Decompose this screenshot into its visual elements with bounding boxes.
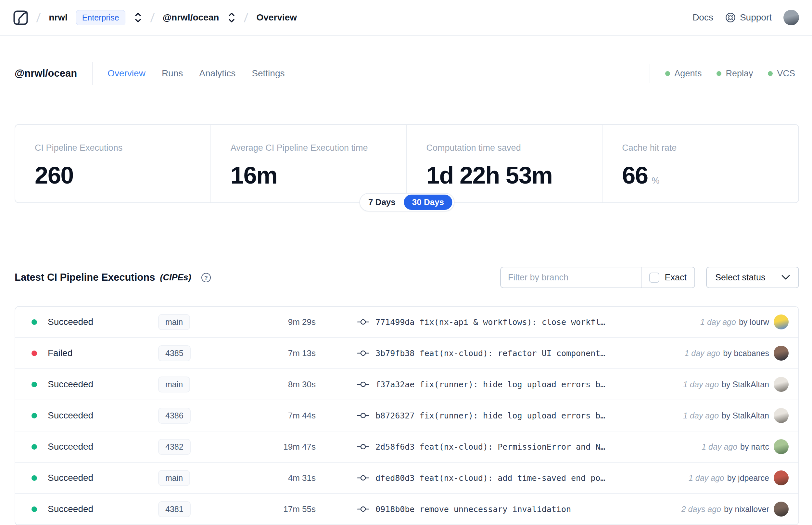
percent-suffix: %	[652, 176, 660, 186]
branch-badge[interactable]: main	[158, 470, 190, 486]
status-vcs[interactable]: VCS	[768, 69, 795, 79]
stat-label: Cache hit rate	[622, 143, 798, 153]
branch-badge[interactable]: 4385	[158, 345, 191, 361]
exact-checkbox[interactable]	[649, 273, 659, 283]
exact-toggle[interactable]: Exact	[642, 273, 694, 283]
status-label: Succeeded	[48, 317, 93, 327]
branch-badge[interactable]: 4382	[158, 439, 191, 455]
status-replay[interactable]: Replay	[717, 69, 753, 79]
green-status-dot	[717, 71, 721, 76]
status-cell: Succeeded	[15, 441, 158, 452]
table-row[interactable]: Succeeded 4381 17m 55s 0918b0beremove un…	[15, 494, 798, 525]
status-agents[interactable]: Agents	[665, 69, 702, 79]
commit-cell: dfed80d3feat(nx-cloud): add time-saved e…	[357, 473, 682, 483]
time-ago: 1 day ago	[689, 473, 724, 483]
docs-link[interactable]: Docs	[692, 12, 713, 23]
row-avatar[interactable]	[774, 470, 788, 485]
commit-cell: f37a32aefix(runner): hide log upload err…	[357, 380, 677, 389]
org-name[interactable]: nrwl	[49, 12, 67, 23]
branch-cell: main	[158, 376, 230, 392]
select-status-button[interactable]: Select status	[706, 267, 799, 288]
user-avatar[interactable]	[783, 10, 799, 25]
row-avatar[interactable]	[774, 408, 788, 423]
workspace-switcher-icon[interactable]	[227, 12, 236, 23]
org-switcher-icon[interactable]	[134, 12, 142, 23]
divider	[649, 64, 650, 83]
table-row[interactable]: Failed 4385 7m 13s 3b79fb38feat(nx-cloud…	[15, 338, 798, 369]
status-dot	[31, 507, 37, 512]
table-row[interactable]: Succeeded main 4m 31s dfed80d3feat(nx-cl…	[15, 463, 798, 494]
row-avatar[interactable]	[774, 377, 788, 392]
tab-overview[interactable]: Overview	[108, 68, 145, 79]
green-status-dot	[768, 71, 773, 76]
branch-cell: main	[158, 314, 230, 330]
breadcrumb-separator: /	[36, 10, 41, 25]
row-avatar[interactable]	[774, 314, 788, 329]
tab-analytics[interactable]: Analytics	[199, 68, 235, 79]
commit-text: f37a32aefix(runner): hide log upload err…	[376, 380, 605, 389]
commit-text: 2d58f6d3feat(nx-cloud): PermissionError …	[376, 442, 605, 452]
git-commit-icon	[357, 474, 369, 482]
meta-cell: 1 day ago by nartc	[695, 439, 798, 454]
breadcrumb-separator: /	[244, 10, 249, 25]
enterprise-badge: Enterprise	[76, 10, 125, 25]
navbar-actions: Docs Support	[692, 10, 799, 25]
toggle-7-days[interactable]: 7 Days	[360, 197, 404, 207]
row-avatar[interactable]	[774, 501, 788, 516]
branch-badge[interactable]: 4381	[158, 501, 191, 517]
commit-message: feat(nx-cloud): PermissionError and N…	[419, 442, 605, 452]
row-avatar[interactable]	[774, 346, 788, 361]
help-icon[interactable]: ?	[201, 273, 211, 283]
branch-cell: 4386	[158, 408, 230, 424]
branch-badge[interactable]: main	[158, 376, 190, 392]
commit-hash: 771499da	[376, 317, 414, 327]
branch-cell: main	[158, 470, 230, 486]
meta-cell: 1 day ago by bcabanes	[678, 346, 798, 361]
git-commit-icon	[357, 443, 369, 451]
git-commit-icon	[357, 380, 369, 388]
breadcrumb: / nrwl Enterprise / @nrwl/ocean / Overvi…	[13, 10, 297, 25]
row-avatar[interactable]	[774, 439, 788, 454]
commit-cell: 0918b0beremove unnecessary invalidation	[357, 505, 675, 514]
duration: 4m 31s	[230, 473, 316, 483]
section-title: Latest CI Pipeline Executions	[15, 272, 155, 283]
commit-message: feat(nx-cloud): refactor UI component…	[419, 349, 605, 358]
stat-value: 1d 22h 53m	[427, 162, 552, 189]
commit-hash: 2d58f6d3	[376, 442, 414, 452]
workspace-header: @nrwl/ocean Overview Runs Analytics Sett…	[15, 62, 799, 85]
duration: 7m 44s	[230, 411, 316, 421]
branch-filter-input[interactable]	[501, 267, 641, 287]
table-row[interactable]: Succeeded 4386 7m 44s b8726327fix(runner…	[15, 400, 798, 432]
support-link[interactable]: Support	[725, 12, 772, 23]
commit-text: dfed80d3feat(nx-cloud): add time-saved e…	[376, 473, 605, 483]
status-dot	[31, 444, 37, 450]
exact-label: Exact	[664, 273, 687, 283]
table-row[interactable]: Succeeded main 8m 30s f37a32aefix(runner…	[15, 369, 798, 400]
time-ago: 1 day ago	[684, 349, 720, 358]
branch-badge[interactable]: main	[158, 314, 190, 330]
tab-settings[interactable]: Settings	[252, 68, 285, 79]
git-commit-icon	[357, 349, 369, 357]
stat-label: Computation time saved	[427, 143, 602, 153]
date-range-toggle: 7 Days 30 Days	[359, 193, 455, 211]
app-logo-icon[interactable]	[13, 10, 28, 25]
branch-cell: 4381	[158, 501, 230, 517]
table-row[interactable]: Succeeded main 9m 29s 771499dafix(nx-api…	[15, 307, 798, 338]
stat-card-executions: CI Pipeline Executions 260	[15, 125, 211, 202]
commit-cell: b8726327fix(runner): hide log upload err…	[357, 411, 677, 420]
commit-text: 3b79fb38feat(nx-cloud): refactor UI comp…	[376, 349, 605, 358]
duration: 17m 55s	[230, 504, 316, 514]
svg-text:?: ?	[205, 274, 208, 281]
table-row[interactable]: Succeeded 4382 19m 47s 2d58f6d3feat(nx-c…	[15, 432, 798, 463]
workspace-name[interactable]: @nrwl/ocean	[163, 12, 219, 23]
branch-badge[interactable]: 4386	[158, 408, 191, 424]
commit-cell: 771499dafix(nx-api & workflows): close w…	[357, 317, 694, 327]
breadcrumb-page: Overview	[256, 12, 297, 23]
time-ago: 1 day ago	[683, 380, 719, 389]
stat-value: 260	[35, 162, 73, 189]
breadcrumb-separator: /	[150, 10, 155, 25]
cipe-table-body: Succeeded main 9m 29s 771499dafix(nx-api…	[15, 307, 798, 525]
tab-runs[interactable]: Runs	[162, 68, 183, 79]
toggle-30-days[interactable]: 30 Days	[404, 195, 452, 210]
commit-hash: f37a32ae	[376, 380, 414, 389]
